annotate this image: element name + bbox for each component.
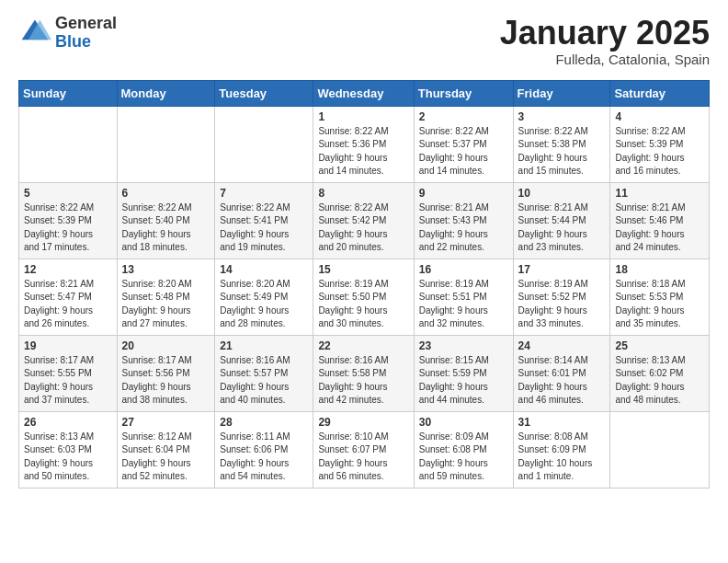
day-number: 29: [318, 416, 408, 429]
day-info: Sunrise: 8:21 AM Sunset: 5:46 PM Dayligh…: [615, 201, 704, 255]
day-info: Sunrise: 8:20 AM Sunset: 5:48 PM Dayligh…: [122, 278, 210, 331]
day-number: 24: [518, 339, 606, 352]
calendar-cell: 1Sunrise: 8:22 AM Sunset: 5:36 PM Daylig…: [313, 106, 414, 182]
calendar-day-header: Saturday: [610, 80, 710, 106]
day-number: 18: [615, 263, 704, 276]
calendar-cell: [117, 106, 215, 182]
day-number: 3: [518, 110, 606, 123]
calendar-header-row: SundayMondayTuesdayWednesdayThursdayFrid…: [19, 80, 710, 106]
calendar-cell: 11Sunrise: 8:21 AM Sunset: 5:46 PM Dayli…: [610, 182, 710, 259]
day-number: 21: [220, 339, 308, 352]
logo-icon: [18, 17, 51, 50]
calendar-cell: 12Sunrise: 8:21 AM Sunset: 5:47 PM Dayli…: [19, 259, 118, 335]
day-info: Sunrise: 8:16 AM Sunset: 5:58 PM Dayligh…: [318, 354, 408, 408]
day-number: 30: [419, 416, 508, 429]
day-info: Sunrise: 8:13 AM Sunset: 6:02 PM Dayligh…: [615, 354, 704, 408]
calendar-cell: 30Sunrise: 8:09 AM Sunset: 6:08 PM Dayli…: [414, 411, 513, 488]
day-info: Sunrise: 8:22 AM Sunset: 5:39 PM Dayligh…: [24, 201, 112, 255]
day-info: Sunrise: 8:22 AM Sunset: 5:36 PM Dayligh…: [318, 125, 408, 178]
calendar-cell: 18Sunrise: 8:18 AM Sunset: 5:53 PM Dayli…: [610, 259, 710, 335]
calendar-cell: 28Sunrise: 8:11 AM Sunset: 6:06 PM Dayli…: [215, 411, 313, 488]
calendar-cell: 15Sunrise: 8:19 AM Sunset: 5:50 PM Dayli…: [313, 259, 414, 335]
day-number: 4: [615, 110, 704, 123]
day-number: 25: [615, 339, 704, 352]
day-number: 20: [122, 339, 210, 352]
day-info: Sunrise: 8:11 AM Sunset: 6:06 PM Dayligh…: [220, 431, 308, 484]
day-info: Sunrise: 8:22 AM Sunset: 5:42 PM Dayligh…: [318, 201, 408, 255]
day-number: 15: [318, 263, 408, 276]
day-number: 17: [518, 263, 606, 276]
day-info: Sunrise: 8:20 AM Sunset: 5:49 PM Dayligh…: [220, 278, 308, 331]
calendar-week-row: 1Sunrise: 8:22 AM Sunset: 5:36 PM Daylig…: [19, 106, 710, 182]
day-info: Sunrise: 8:12 AM Sunset: 6:04 PM Dayligh…: [122, 431, 210, 484]
calendar-cell: 19Sunrise: 8:17 AM Sunset: 5:55 PM Dayli…: [19, 335, 118, 411]
calendar-day-header: Thursday: [414, 80, 513, 106]
day-number: 6: [122, 187, 210, 200]
calendar-cell: 6Sunrise: 8:22 AM Sunset: 5:40 PM Daylig…: [117, 182, 215, 259]
title-block: January 2025 Fulleda, Catalonia, Spain: [500, 15, 710, 67]
day-number: 31: [518, 416, 606, 429]
calendar-cell: 27Sunrise: 8:12 AM Sunset: 6:04 PM Dayli…: [117, 411, 215, 488]
day-info: Sunrise: 8:19 AM Sunset: 5:50 PM Dayligh…: [318, 278, 408, 331]
calendar-week-row: 26Sunrise: 8:13 AM Sunset: 6:03 PM Dayli…: [19, 411, 710, 488]
day-number: 9: [419, 187, 508, 200]
calendar-day-header: Friday: [513, 80, 610, 106]
calendar-cell: [19, 106, 118, 182]
day-info: Sunrise: 8:22 AM Sunset: 5:39 PM Dayligh…: [615, 125, 704, 178]
calendar-cell: 20Sunrise: 8:17 AM Sunset: 5:56 PM Dayli…: [117, 335, 215, 411]
logo-blue-text: Blue: [55, 33, 117, 52]
day-info: Sunrise: 8:18 AM Sunset: 5:53 PM Dayligh…: [615, 278, 704, 331]
day-number: 10: [518, 187, 606, 200]
day-number: 26: [24, 416, 112, 429]
day-info: Sunrise: 8:22 AM Sunset: 5:40 PM Dayligh…: [122, 201, 210, 255]
day-info: Sunrise: 8:14 AM Sunset: 6:01 PM Dayligh…: [518, 354, 606, 408]
calendar-cell: 5Sunrise: 8:22 AM Sunset: 5:39 PM Daylig…: [19, 182, 118, 259]
day-number: 11: [615, 187, 704, 200]
calendar-day-header: Monday: [117, 80, 215, 106]
calendar-cell: [215, 106, 313, 182]
day-number: 5: [24, 187, 112, 200]
day-info: Sunrise: 8:22 AM Sunset: 5:41 PM Dayligh…: [220, 201, 308, 255]
day-info: Sunrise: 8:09 AM Sunset: 6:08 PM Dayligh…: [419, 431, 508, 484]
logo-general-text: General: [55, 15, 117, 33]
calendar-day-header: Wednesday: [313, 80, 414, 106]
calendar-week-row: 12Sunrise: 8:21 AM Sunset: 5:47 PM Dayli…: [19, 259, 710, 335]
calendar-day-header: Tuesday: [215, 80, 313, 106]
calendar-cell: 4Sunrise: 8:22 AM Sunset: 5:39 PM Daylig…: [610, 106, 710, 182]
day-info: Sunrise: 8:15 AM Sunset: 5:59 PM Dayligh…: [419, 354, 508, 408]
day-info: Sunrise: 8:17 AM Sunset: 5:56 PM Dayligh…: [122, 354, 210, 408]
calendar-cell: 10Sunrise: 8:21 AM Sunset: 5:44 PM Dayli…: [513, 182, 610, 259]
day-number: 28: [220, 416, 308, 429]
day-info: Sunrise: 8:22 AM Sunset: 5:37 PM Dayligh…: [419, 125, 508, 178]
day-info: Sunrise: 8:17 AM Sunset: 5:55 PM Dayligh…: [24, 354, 112, 408]
calendar-cell: 13Sunrise: 8:20 AM Sunset: 5:48 PM Dayli…: [117, 259, 215, 335]
calendar-cell: 8Sunrise: 8:22 AM Sunset: 5:42 PM Daylig…: [313, 182, 414, 259]
day-number: 8: [318, 187, 408, 200]
day-info: Sunrise: 8:21 AM Sunset: 5:47 PM Dayligh…: [24, 278, 112, 331]
calendar-cell: 16Sunrise: 8:19 AM Sunset: 5:51 PM Dayli…: [414, 259, 513, 335]
day-info: Sunrise: 8:19 AM Sunset: 5:52 PM Dayligh…: [518, 278, 606, 331]
calendar-cell: [610, 411, 710, 488]
calendar-cell: 9Sunrise: 8:21 AM Sunset: 5:43 PM Daylig…: [414, 182, 513, 259]
day-info: Sunrise: 8:22 AM Sunset: 5:38 PM Dayligh…: [518, 125, 606, 178]
day-number: 2: [419, 110, 508, 123]
day-info: Sunrise: 8:21 AM Sunset: 5:43 PM Dayligh…: [419, 201, 508, 255]
location: Fulleda, Catalonia, Spain: [500, 52, 710, 67]
calendar-cell: 25Sunrise: 8:13 AM Sunset: 6:02 PM Dayli…: [610, 335, 710, 411]
logo: General Blue: [18, 15, 117, 52]
day-number: 1: [318, 110, 408, 123]
logo-text: General Blue: [55, 15, 117, 52]
calendar-cell: 2Sunrise: 8:22 AM Sunset: 5:37 PM Daylig…: [414, 106, 513, 182]
month-title: January 2025: [500, 15, 710, 52]
calendar-cell: 17Sunrise: 8:19 AM Sunset: 5:52 PM Dayli…: [513, 259, 610, 335]
day-info: Sunrise: 8:08 AM Sunset: 6:09 PM Dayligh…: [518, 431, 606, 484]
calendar-cell: 24Sunrise: 8:14 AM Sunset: 6:01 PM Dayli…: [513, 335, 610, 411]
day-info: Sunrise: 8:10 AM Sunset: 6:07 PM Dayligh…: [318, 431, 408, 484]
calendar-cell: 29Sunrise: 8:10 AM Sunset: 6:07 PM Dayli…: [313, 411, 414, 488]
calendar-cell: 21Sunrise: 8:16 AM Sunset: 5:57 PM Dayli…: [215, 335, 313, 411]
header: General Blue January 2025 Fulleda, Catal…: [18, 15, 710, 67]
calendar-table: SundayMondayTuesdayWednesdayThursdayFrid…: [18, 80, 710, 488]
calendar-cell: 26Sunrise: 8:13 AM Sunset: 6:03 PM Dayli…: [19, 411, 118, 488]
day-number: 13: [122, 263, 210, 276]
day-number: 27: [122, 416, 210, 429]
